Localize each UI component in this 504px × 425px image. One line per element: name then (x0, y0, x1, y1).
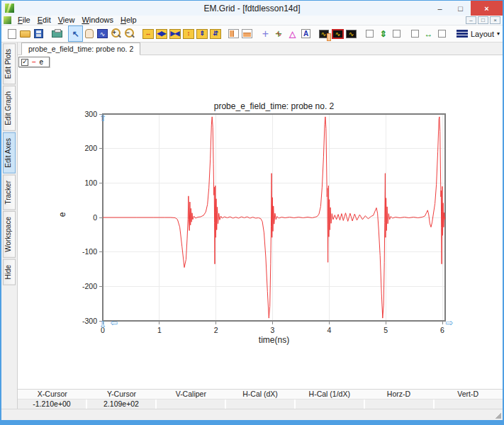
print-button[interactable] (50, 26, 64, 41)
cursor-arrow-icon: ↖ (72, 30, 79, 38)
new-file-icon (8, 29, 16, 39)
app-logo-small-icon (4, 16, 11, 24)
dark-style-active-button[interactable]: ∿ (331, 26, 345, 41)
x-max-handle[interactable]: ⇨ (446, 317, 454, 328)
sidebar-tab-edit-plots[interactable]: Edit Plots (3, 43, 16, 84)
copy-plot-button[interactable]: ∿ (318, 26, 331, 41)
document-tab[interactable]: probe_e_field_time: probe no. 2 (21, 42, 140, 55)
document-area: probe_e_field_time: probe no. 2 ✓ – e pr… (18, 42, 503, 409)
v-contract-icon: ⇕ (196, 29, 208, 39)
expand-x-button[interactable]: ↔ (141, 26, 155, 41)
minimize-button[interactable]: – (430, 1, 450, 16)
empty-box-icon (366, 30, 374, 38)
curve-tracker-button[interactable]: ∿ (272, 26, 286, 41)
app-window: EM.Grid - [fdtdlesson14d] – □ × FileEdit… (1, 1, 503, 420)
align-box2-right-button[interactable] (435, 26, 449, 41)
title-bar: EM.Grid - [fdtdlesson14d] – □ × (1, 1, 503, 16)
zoom-in-button[interactable]: + (109, 26, 123, 41)
empty-box-icon (438, 30, 446, 38)
layout-bars-icon (457, 30, 468, 38)
y-max-handle[interactable]: ⇧ (99, 113, 107, 123)
menu-help[interactable]: Help (117, 16, 140, 24)
magnifier-minus-icon: − (124, 28, 135, 40)
hand-icon (85, 29, 94, 38)
sidebar-tab-workspace[interactable]: Workspace (3, 211, 16, 258)
zoom-out-button[interactable]: − (123, 26, 136, 41)
h-distribute-icon: ↔ (425, 30, 433, 38)
resize-grip-icon[interactable] (495, 412, 501, 419)
x-axis-label: time(ns) (259, 335, 289, 345)
sidebar-tab-edit-axes[interactable]: Edit Axes (3, 132, 16, 174)
zoom-window-icon: ∿ (97, 29, 108, 38)
save-button[interactable] (32, 26, 45, 41)
cursor-table-header: Horz-D (364, 390, 434, 400)
y-tick-label: 300 (84, 110, 97, 118)
caliper-button[interactable]: △ (286, 26, 299, 41)
floppy-disk-icon (34, 29, 43, 38)
menu-windows[interactable]: Windows (78, 16, 117, 24)
caret-down-icon: ▾ (497, 30, 500, 37)
align-box-left-button[interactable] (363, 26, 376, 41)
h-contract-icon: ◀▶ (156, 29, 167, 39)
y-min-handle[interactable]: ⇩ (99, 319, 107, 330)
h-distribute-button[interactable]: ↔ (422, 26, 435, 41)
expand-y-button[interactable]: ↕ (181, 26, 195, 41)
mdi-minimize-button[interactable]: – (466, 16, 476, 24)
y-axis-label: e (57, 212, 67, 217)
menu-file[interactable]: File (14, 16, 34, 24)
close-button[interactable]: × (471, 1, 503, 16)
contract-y-button[interactable]: ⇕ (195, 26, 208, 41)
cursor-readout-table: X-CursorY-CursorV-CaliperH-Cal (dX)H-Cal… (18, 389, 503, 409)
open-folder-icon (20, 30, 30, 38)
cursor-table-value: 2.109e+02 (86, 400, 155, 409)
x-tick-label: 6 (440, 326, 444, 334)
layout-dropdown-button[interactable]: Layout▾ (453, 30, 503, 38)
sidebar-tab-edit-graph[interactable]: Edit Graph (3, 86, 16, 131)
cursor-table-value (225, 400, 294, 409)
fit-x-button[interactable]: ▶◀ (168, 26, 181, 41)
letter-a-icon: A (301, 29, 310, 38)
mdi-close-button[interactable]: × (490, 16, 500, 24)
triangle-caliper-icon: △ (289, 30, 296, 38)
align-box-right-button[interactable] (390, 26, 403, 41)
contract-x-button[interactable]: ◀▶ (155, 26, 168, 41)
printer-icon (52, 30, 62, 38)
y-tick-label: 100 (84, 178, 97, 187)
v-distribute-button[interactable]: ⇕ (376, 26, 390, 41)
maximize-button[interactable]: □ (450, 1, 471, 16)
y-tick-label: -100 (82, 247, 97, 256)
empty-box-icon (411, 30, 419, 38)
window-frame: EM.Grid - [fdtdlesson14d] – □ × FileEdit… (0, 0, 504, 425)
x-tick-label: 5 (383, 326, 388, 334)
new-file-button[interactable] (5, 26, 18, 41)
fit-y-button[interactable]: ⇵ (208, 26, 222, 41)
align-box2-left-button[interactable] (408, 26, 422, 41)
menu-edit[interactable]: Edit (34, 16, 55, 24)
y-tick-label: 0 (93, 213, 97, 222)
plot-region: ✓ – e probe_e_field_time: probe no. 2 e … (18, 55, 503, 389)
y-strip-zoom-button[interactable] (227, 26, 240, 41)
sidebar-tab-tracker[interactable]: Tracker (3, 175, 16, 210)
select-tool-button[interactable]: ↖ (69, 26, 82, 41)
open-file-button[interactable] (18, 26, 32, 41)
x-tick-label: 1 (157, 326, 162, 334)
dark-style-button[interactable]: ∿ (345, 26, 358, 41)
menu-view[interactable]: View (55, 16, 79, 24)
x-min-handle[interactable]: ⇦ (111, 317, 118, 328)
legend-checkbox[interactable]: ✓ (21, 59, 28, 66)
app-logo-icon (5, 4, 14, 13)
x-tick-label: 2 (214, 326, 218, 334)
pan-tool-button[interactable] (82, 26, 96, 41)
zoom-window-button[interactable]: ∿ (96, 26, 109, 41)
text-annotation-button[interactable]: A (299, 26, 313, 41)
cursor-table-header: V-Caliper (156, 390, 225, 400)
curve-tracker-icon: ∿ (273, 28, 285, 40)
h-fit-icon: ▶◀ (169, 29, 181, 39)
crosshair-button[interactable]: + (259, 26, 272, 41)
mdi-restore-button[interactable]: □ (478, 16, 488, 24)
sidebar-tab-hide[interactable]: Hide (3, 259, 16, 285)
cursor-table-value (364, 400, 433, 409)
v-distribute-icon: ⇕ (379, 30, 386, 38)
x-strip-zoom-button[interactable] (240, 26, 254, 41)
y-tick-label: 200 (84, 144, 97, 152)
